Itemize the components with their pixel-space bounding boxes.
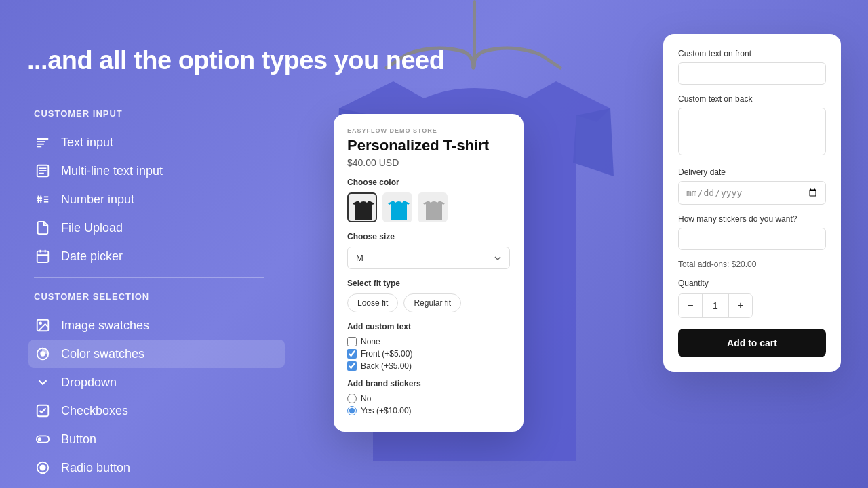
sidebar-item-button[interactable]: Button [34, 425, 285, 453]
svg-rect-1 [37, 138, 49, 140]
sidebar-item-radio-button[interactable]: Radio button [34, 453, 285, 482]
sidebar-item-number[interactable]: Number input [34, 185, 285, 214]
radio-yes-input[interactable] [347, 406, 357, 415]
qty-value: 1 [702, 294, 729, 317]
sidebar-item-checkboxes-label: Checkboxes [61, 404, 128, 418]
custom-text-back-input[interactable] [678, 108, 826, 155]
checkbox-back-label: Back (+$5.00) [361, 361, 412, 371]
fit-buttons: Loose fit Regular fit [347, 293, 510, 312]
customer-selection-title: CUSTOMER SELECTION [34, 291, 285, 302]
checkbox-icon [34, 402, 52, 420]
color-swatch-black[interactable] [347, 192, 377, 222]
color-swatches [347, 192, 510, 222]
color-swatch-blue[interactable] [382, 192, 412, 222]
radio-yes-label: Yes (+$10.00) [361, 406, 412, 415]
regular-fit-btn[interactable]: Regular fit [403, 293, 461, 312]
sidebar-item-multiline-label: Multi-line text input [61, 164, 163, 178]
checkbox-front-input[interactable] [347, 349, 357, 359]
custom-text-front-input[interactable] [678, 62, 826, 85]
radio-no-label: No [361, 394, 371, 403]
dropdown-icon [34, 373, 52, 391]
delivery-date-input[interactable] [678, 181, 826, 205]
sidebar-item-multiline[interactable]: Multi-line text input [34, 157, 285, 185]
sidebar-item-dropdown[interactable]: Dropdown [34, 368, 285, 396]
button-icon [34, 430, 52, 448]
sidebar-item-text-input[interactable]: Text input [34, 128, 285, 157]
checkbox-none-input[interactable] [347, 337, 357, 346]
sidebar-item-text-input-label: Text input [61, 136, 113, 150]
right-panel: Custom text on front Custom text on back… [663, 34, 841, 372]
qty-minus-btn[interactable]: − [679, 294, 702, 317]
choose-size-label: Choose size [347, 232, 510, 241]
checkbox-none[interactable]: None [347, 337, 510, 346]
custom-text-section: Add custom text None Front (+$5.00) Back… [347, 322, 510, 371]
sidebar-item-file-upload[interactable]: File Upload [34, 214, 285, 242]
size-select[interactable]: M XS S L XL [347, 247, 510, 269]
sidebar-item-image-swatches-label: Image swatches [61, 319, 149, 333]
customer-input-title: CUSTOMER INPUT [34, 108, 285, 119]
image-swatch-icon [34, 317, 52, 334]
calendar-icon [34, 247, 52, 265]
radio-icon [34, 459, 52, 476]
main-heading: ...and all the option types you need [27, 46, 444, 75]
custom-text-back-label: Custom text on back [678, 94, 826, 104]
checkbox-back[interactable]: Back (+$5.00) [347, 361, 510, 371]
sidebar-divider [34, 277, 264, 278]
file-icon [34, 219, 52, 237]
color-swatch-icon [34, 345, 52, 363]
add-to-cart-button[interactable]: Add to cart [678, 329, 826, 357]
sidebar-item-radio-label: Radio button [61, 461, 130, 475]
stickers-count-input[interactable] [678, 228, 826, 250]
sidebar-item-number-label: Number input [61, 192, 134, 207]
sidebar-item-color-swatches-label: Color swatches [61, 347, 144, 361]
sidebar-item-color-swatches[interactable]: Color swatches [28, 340, 285, 368]
stickers-count-label: How many stickers do you want? [678, 214, 826, 224]
brand-stickers-label: Add brand stickers [347, 379, 510, 388]
sidebar-item-dropdown-label: Dropdown [61, 375, 117, 390]
quantity-label: Quantity [678, 279, 826, 288]
choose-color-label: Choose color [347, 178, 510, 187]
sidebar-item-file-upload-label: File Upload [61, 221, 123, 235]
checkbox-front[interactable]: Front (+$5.00) [347, 349, 510, 359]
custom-text-label: Add custom text [347, 322, 510, 331]
svg-point-26 [39, 438, 41, 441]
product-card: EASYFLOW DEMO STORE Personalized T-shirt… [334, 114, 524, 432]
number-icon [34, 190, 52, 208]
svg-point-23 [41, 352, 45, 356]
color-swatch-gray[interactable] [418, 192, 448, 222]
fit-type-label: Select fit type [347, 279, 510, 288]
sidebar-item-image-swatches[interactable]: Image swatches [34, 311, 285, 340]
custom-text-front-label: Custom text on front [678, 49, 826, 58]
checkbox-none-label: None [361, 337, 380, 346]
product-title: Personalized T-shirt [347, 137, 510, 155]
radio-no-input[interactable] [347, 394, 357, 403]
store-label: EASYFLOW DEMO STORE [347, 127, 510, 134]
sidebar-item-button-label: Button [61, 432, 96, 447]
svg-point-28 [40, 465, 45, 470]
product-price: $40.00 USD [347, 157, 510, 168]
delivery-date-label: Delivery date [678, 167, 826, 177]
loose-fit-btn[interactable]: Loose fit [347, 293, 398, 312]
total-addons: Total add-ons: $20.00 [678, 260, 826, 269]
qty-plus-btn[interactable]: + [729, 294, 752, 317]
sidebar-item-checkboxes[interactable]: Checkboxes [34, 396, 285, 425]
sidebar-item-date-picker-label: Date picker [61, 249, 123, 264]
svg-point-21 [39, 322, 41, 324]
sidebar: CUSTOMER INPUT Text input Multi-line tex… [34, 95, 285, 482]
multiline-icon [34, 162, 52, 180]
radio-no[interactable]: No [347, 394, 510, 403]
svg-rect-16 [37, 251, 49, 263]
text-icon [34, 134, 52, 151]
sidebar-item-date-picker[interactable]: Date picker [34, 242, 285, 270]
radio-yes[interactable]: Yes (+$10.00) [347, 406, 510, 415]
checkbox-front-label: Front (+$5.00) [361, 349, 412, 359]
quantity-control: − 1 + [678, 293, 753, 318]
checkbox-back-input[interactable] [347, 361, 357, 371]
